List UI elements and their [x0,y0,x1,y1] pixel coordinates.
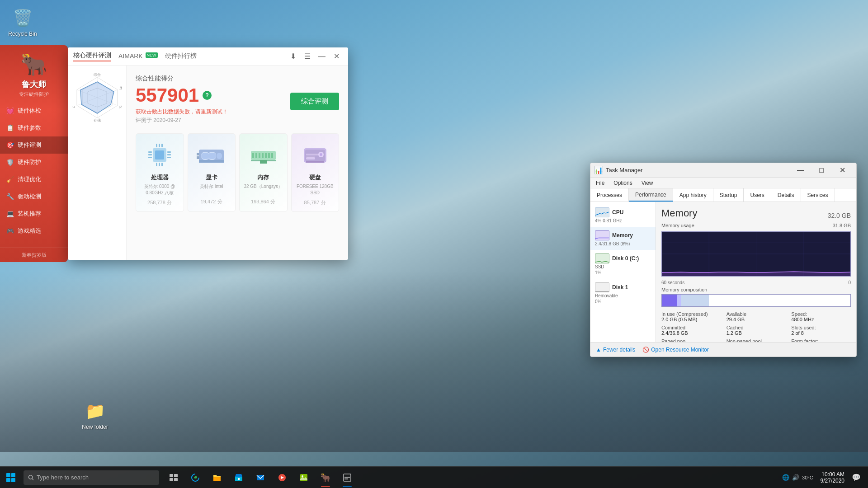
tm-sidebar: CPU 4% 0.81 GHz Memory 2.4/31.8 GB (8%) [590,202,656,357]
tm-sidebar-cpu[interactable]: CPU 4% 0.81 GHz [590,204,656,227]
svg-text:内存: 内存 [119,105,122,109]
new-folder-icon[interactable]: 📁 New folder [77,398,113,434]
hw-download-btn[interactable]: ⬇ [287,50,299,63]
tm-panel-size: 32.0 GB [828,212,851,219]
svg-rect-16 [148,157,152,158]
cpu-card-name: 处理器 [140,174,180,182]
open-resource-monitor-btn[interactable]: 🚫 Open Resource Monitor [642,347,708,353]
svg-rect-64 [170,478,173,481]
svg-rect-33 [197,153,199,155]
hw-eval-button[interactable]: 综合评测 [290,93,339,110]
ludashi-menu-item-hardware-eval[interactable]: 🎯 硬件评测 [0,136,68,154]
hw-cards: 处理器 英特尔 0000 @ 0.80GHz 八核 258,778 分 [136,133,339,212]
tm-close-btn[interactable]: ✕ [832,163,853,178]
tm-menu-options[interactable]: Options [612,179,634,187]
ludashi-menu-item-build-recommend[interactable]: 💻 装机推荐 [0,205,68,222]
ludashi-menu-item-driver-check[interactable]: 🔧 驱动检测 [0,188,68,205]
hw-card-cpu[interactable]: 处理器 英特尔 0000 @ 0.80GHz 八核 258,778 分 [136,133,184,212]
tm-sidebar-disk1[interactable]: Disk 1 Removable 0% [590,279,656,308]
edge-btn[interactable] [184,467,206,488]
hw-score-title: 综合性能得分 [136,75,339,83]
task-manager-taskbar-btn[interactable] [336,467,358,488]
hw-minimize-btn[interactable]: — [316,50,328,63]
svg-rect-62 [170,474,173,477]
hw-eval-taskbar-btn[interactable]: 🐂 [315,467,336,488]
tm-disk1-sparkline [595,282,609,292]
tm-sidebar-cpu-name: CPU [612,209,623,216]
hw-tab-main[interactable]: 核心硬件评测 [73,52,111,61]
tm-menu-file[interactable]: File [594,179,606,187]
hw-tab-ranking[interactable]: 硬件排行榜 [165,52,197,61]
ludashi-subtitle: 专注硬件防护 [19,91,49,98]
taskbar-search-bar[interactable] [24,470,159,485]
network-icon[interactable]: 🌐 [782,474,789,481]
explorer-btn[interactable] [206,467,228,488]
tm-active-indicator [343,486,352,487]
mail-btn[interactable] [250,467,271,488]
tab-processes[interactable]: Processes [590,188,629,202]
media-player-btn[interactable] [271,467,293,488]
gpu-card-detail: 英特尔 Intel [192,183,232,195]
ludashi-menu-item-hardware-protect[interactable]: 🛡️ 硬件防护 [0,154,68,171]
start-button[interactable] [0,467,22,488]
store-btn[interactable] [228,467,250,488]
tab-details[interactable]: Details [771,188,801,202]
temp-label: 30°C [802,475,813,480]
score-info-icon[interactable]: ? [203,91,212,100]
search-input[interactable] [37,474,155,481]
recycle-bin-icon[interactable]: 🗑️ Recycle Bin [5,5,41,41]
clean-optimize-label: 清理优化 [18,175,41,183]
hw-card-disk[interactable]: 硬盘 FORESEE 128GB SSD 85,787 分 [291,133,340,212]
tm-menu-view[interactable]: View [640,179,655,187]
tab-users[interactable]: Users [744,188,771,202]
recycle-bin-image: 🗑️ [12,7,33,29]
svg-rect-40 [265,153,267,158]
gpu-card-name: 显卡 [192,174,232,182]
hw-menu-btn[interactable]: ☰ [301,50,314,63]
tm-sidebar-memory-name: Memory [612,232,633,239]
hw-radar-panel: 综合 显卡 内存 存储 CPU [68,66,127,260]
tab-startup[interactable]: Startup [713,188,744,202]
svg-rect-20 [156,144,157,147]
hardware-params-icon: 📋 [6,124,14,131]
photos-btn[interactable] [293,467,315,488]
comp-free [709,295,850,306]
svg-rect-42 [271,153,273,158]
tm-sidebar-cpu-header: CPU [595,207,651,217]
hw-close-btn[interactable]: ✕ [330,50,343,63]
tm-sidebar-disk0[interactable]: Disk 0 (C:) SSD 1% [590,250,656,279]
hw-tab-aimark[interactable]: AIMARK NEW [118,52,158,61]
tm-maximize-btn[interactable]: □ [811,163,832,178]
hw-card-memory[interactable]: 内存 32 GB（Longsys） 193,864 分 [239,133,288,212]
tm-sidebar-cpu-desc: 4% 0.81 GHz [595,218,651,223]
comp-modified [677,295,680,306]
volume-icon[interactable]: 🔊 [792,474,799,481]
taskbar-clock[interactable]: 10:00 AM 9/27/2020 [817,471,848,484]
task-view-btn[interactable] [163,467,184,488]
ludashi-menu-item-hardware-params[interactable]: 📋 硬件参数 [0,119,68,136]
tm-sidebar-memory[interactable]: Memory 2.4/31.8 GB (8%) [590,227,656,250]
ludashi-menu-item-hardware-check[interactable]: 💓 硬件体检 [0,102,68,119]
notification-btn[interactable]: 💬 [848,473,864,482]
ludashi-menu-item-game-select[interactable]: 🎮 游戏精选 [0,222,68,239]
stat-in-use-label: In use (Compressed) 2.0 GB (0.5 MB) [661,311,721,322]
ludashi-footer[interactable]: 新春贺岁版 [0,248,68,262]
ludashi-menu-item-clean-optimize[interactable]: 🧹 清理优化 [0,171,68,188]
stat-speed-label: Speed: 4800 MHz [791,311,851,322]
stat-committed-label: Committed 2.4/36.8 GB [661,325,721,336]
tm-sidebar-memory-desc: 2.4/31.8 GB (8%) [595,241,651,246]
fewer-details-btn[interactable]: ▲ Fewer details [596,347,635,353]
tab-services[interactable]: Services [801,188,835,202]
svg-rect-72 [344,477,350,478]
tm-composition-bar [661,294,851,307]
tab-performance[interactable]: Performance [629,188,673,202]
ludashi-logo: 🐂 [20,52,47,77]
hw-titlebar: 核心硬件评测 AIMARK NEW 硬件排行榜 ⬇ ☰ — ✕ [68,47,348,66]
tm-minimize-btn[interactable]: — [790,163,811,178]
svg-rect-31 [217,153,222,159]
tm-memory-graph [661,231,851,277]
tm-disk0-sparkline [595,253,609,263]
tab-app-history[interactable]: App history [673,188,713,202]
ludashi-app: 🐂 鲁大师 专注硬件防护 💓 硬件体检 📋 硬件参数 🎯 硬件评测 🛡️ 硬件防… [0,45,68,262]
hw-card-gpu[interactable]: 显卡 英特尔 Intel 19,472 分 [188,133,236,212]
